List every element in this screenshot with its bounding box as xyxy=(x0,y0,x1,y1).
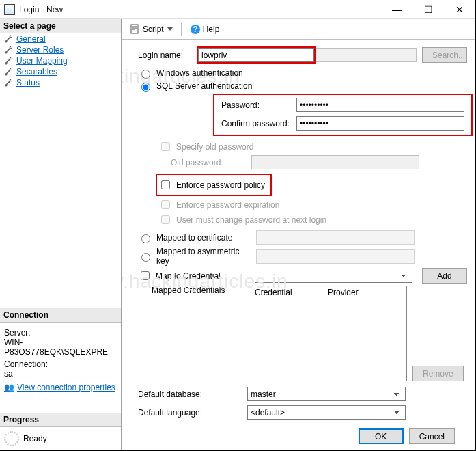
main-panel: Script ? Help www.hackingarticles.in www… xyxy=(122,19,475,450)
progress-status: Ready xyxy=(23,434,47,443)
help-button[interactable]: ? Help xyxy=(187,23,223,36)
people-icon: 👥 xyxy=(4,383,14,392)
password-label: Password: xyxy=(217,100,296,110)
enforce-password-policy-checkbox[interactable] xyxy=(161,180,170,189)
default-database-select[interactable]: master xyxy=(247,387,406,401)
map-credential-label: Map to Credential xyxy=(156,271,251,281)
map-credential-select[interactable] xyxy=(255,269,412,283)
nav-label: General xyxy=(16,34,46,44)
server-value: WIN-P83OS778EQK\SQLEXPRE xyxy=(4,338,117,357)
nav-status[interactable]: Status xyxy=(0,77,121,88)
nav-user-mapping[interactable]: User Mapping xyxy=(0,55,121,66)
sql-auth-radio[interactable] xyxy=(141,83,150,92)
confirm-password-label: Confirm password: xyxy=(217,119,296,128)
wrench-icon xyxy=(4,67,14,77)
nav-label: Securables xyxy=(16,67,57,77)
ok-button[interactable]: OK xyxy=(359,428,404,444)
sql-auth-label: SQL Server authentication xyxy=(156,81,252,91)
help-label: Help xyxy=(203,25,220,34)
link-text: View connection properties xyxy=(17,383,115,392)
windows-auth-label: Windows authentication xyxy=(156,68,243,78)
wrench-icon xyxy=(4,45,14,55)
script-icon xyxy=(130,24,141,35)
connection-panel: Server: WIN-P83OS778EQK\SQLEXPRE Connect… xyxy=(0,323,121,395)
connection-label: Connection: xyxy=(4,359,117,369)
search-button[interactable]: Search... xyxy=(422,47,467,63)
enforce-password-expiration-checkbox xyxy=(161,200,170,209)
script-label: Script xyxy=(143,25,164,34)
login-name-input[interactable] xyxy=(198,48,314,62)
mapped-certificate-select xyxy=(256,230,415,245)
grid-header: Credential Provider xyxy=(249,286,406,299)
nav-general[interactable]: General xyxy=(0,33,121,44)
default-language-label: Default language: xyxy=(138,408,247,418)
add-button[interactable]: Add xyxy=(422,268,467,284)
cancel-button[interactable]: Cancel xyxy=(409,428,455,444)
login-name-extra xyxy=(316,48,417,62)
mapped-asymmetric-key-select xyxy=(256,249,415,264)
must-change-password-label: User must change password at next login xyxy=(176,215,326,225)
connection-value: sa xyxy=(4,369,117,379)
close-button[interactable]: ✕ xyxy=(444,0,475,19)
svg-text:?: ? xyxy=(193,25,197,34)
map-credential-checkbox[interactable] xyxy=(141,271,150,280)
mapped-credentials-label: Mapped Credentials xyxy=(138,286,249,295)
confirm-password-input[interactable] xyxy=(296,116,464,131)
toolbar-separator xyxy=(181,23,182,36)
nav-label: Server Roles xyxy=(16,45,64,55)
specify-old-password-label: Specify old password xyxy=(176,142,253,152)
default-database-label: Default database: xyxy=(138,390,247,399)
button-bar: OK Cancel xyxy=(122,422,475,450)
wrench-icon xyxy=(4,34,14,44)
col-credential: Credential xyxy=(255,288,328,297)
password-input[interactable] xyxy=(296,98,464,112)
progress-spinner-icon xyxy=(4,431,19,446)
specify-old-password-checkbox xyxy=(161,142,170,151)
nav-label: Status xyxy=(16,78,40,87)
select-page-header: Select a page xyxy=(0,19,121,33)
mapped-asymmetric-key-label: Mapped to asymmetric key xyxy=(156,247,252,266)
wrench-icon xyxy=(4,56,14,66)
remove-button[interactable]: Remove xyxy=(412,366,464,381)
col-provider: Provider xyxy=(328,288,401,297)
titlebar: Login - New — ☐ ✕ xyxy=(0,0,475,19)
default-language-select[interactable]: <default> xyxy=(247,405,406,420)
window-title: Login - New xyxy=(19,5,381,14)
mapped-credentials-grid[interactable]: Credential Provider xyxy=(249,286,407,381)
login-name-label: Login name: xyxy=(138,51,197,60)
wrench-icon xyxy=(4,78,14,87)
window-icon xyxy=(4,4,15,15)
windows-auth-radio[interactable] xyxy=(141,70,150,79)
enforce-password-expiration-label: Enforce password expiration xyxy=(176,200,279,210)
maximize-button[interactable]: ☐ xyxy=(412,0,444,19)
script-button[interactable]: Script xyxy=(127,23,176,36)
minimize-button[interactable]: — xyxy=(381,0,412,19)
old-password-input xyxy=(251,155,419,169)
progress-panel: Ready xyxy=(0,427,121,450)
server-label: Server: xyxy=(4,328,117,338)
old-password-label: Old password: xyxy=(171,158,251,167)
connection-header: Connection xyxy=(0,308,121,323)
progress-header: Progress xyxy=(0,413,121,427)
nav-server-roles[interactable]: Server Roles xyxy=(0,44,121,55)
help-icon: ? xyxy=(190,24,201,35)
must-change-password-checkbox xyxy=(161,215,170,224)
dropdown-caret-icon xyxy=(167,27,173,31)
enforce-password-policy-label: Enforce password policy xyxy=(176,180,265,190)
view-connection-properties-link[interactable]: 👥 View connection properties xyxy=(4,383,117,392)
mapped-certificate-radio[interactable] xyxy=(141,234,150,243)
sidebar: Select a page General Server Roles User … xyxy=(0,19,122,450)
page-nav: General Server Roles User Mapping Secura… xyxy=(0,33,121,308)
form-area: www.hackingarticles.in www.hackingarticl… xyxy=(122,40,475,422)
mapped-asymmetric-key-radio[interactable] xyxy=(141,253,150,262)
nav-label: User Mapping xyxy=(16,56,68,66)
toolbar: Script ? Help xyxy=(122,19,475,40)
nav-securables[interactable]: Securables xyxy=(0,66,121,77)
mapped-certificate-label: Mapped to certificate xyxy=(156,233,252,243)
